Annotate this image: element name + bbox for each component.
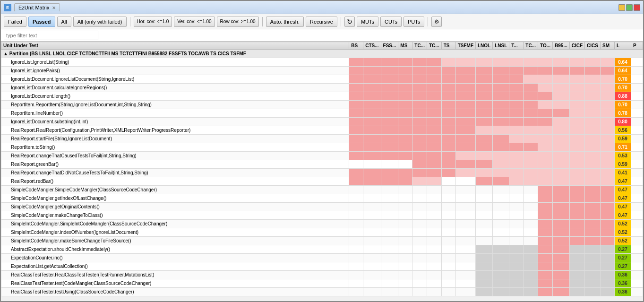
table-row[interactable]: SimpleCodeMangler.getIndexOfLastChange()… [1, 194, 643, 203]
filter-input[interactable] [4, 31, 98, 40]
table-row[interactable]: RealClassTestTester.test(CodeMangler,Cla… [1, 279, 643, 288]
coverage-cell [363, 109, 381, 118]
coverage-cell [493, 279, 509, 288]
table-row[interactable]: IgnoreList.ignorePairs()0.64 [1, 67, 643, 75]
table-row[interactable]: ExpectationList.getActualCollection()0.2… [1, 262, 643, 271]
table-row[interactable]: IgnoreListDocument.IgnoreListDocument(St… [1, 75, 643, 84]
header-p: P [631, 42, 643, 50]
coverage-cell [381, 75, 398, 84]
table-row[interactable]: IgnoreList.IgnoreList(String)0.64 [1, 58, 643, 67]
recursive-button[interactable]: Recursive [306, 17, 337, 27]
score-cell: 0.56 [615, 126, 631, 135]
coverage-cell [455, 245, 475, 254]
table-row[interactable]: RealReport.changeThatDidNotCauseTestsToF… [1, 169, 643, 177]
table-row[interactable]: RealReport.RealReport(Configuration,Prin… [1, 126, 643, 135]
coverage-cell [601, 254, 615, 262]
table-row[interactable]: IgnoreListDocument.substring(int,int)0.8… [1, 118, 643, 126]
coverage-cell [553, 220, 570, 228]
coverage-cell [363, 186, 381, 194]
unit-name: IgnoreListDocument.IgnoreListDocument(St… [1, 75, 349, 84]
coverage-cell [476, 143, 493, 152]
coverage-cell [455, 169, 475, 177]
coverage-cell [601, 135, 615, 143]
coverage-cell [427, 203, 442, 211]
table-row[interactable]: ReportItem.ReportItem(String,IgnoreListD… [1, 101, 643, 109]
coverage-cell [585, 84, 601, 92]
table-row[interactable]: RealReport.greenBar()0.59 [1, 160, 643, 169]
table-row[interactable]: SimpleCodeMangler.getOriginalContents()0… [1, 203, 643, 211]
app-icon: E [4, 4, 11, 11]
table-row[interactable]: AbstractExpectation.shouldCheckImmediate… [1, 245, 643, 254]
coverage-cell [538, 186, 553, 194]
all-with-failed-button[interactable]: All (only with failed) [73, 17, 127, 27]
unit-name: RealReport.startFile(String,IgnoreListDo… [1, 135, 349, 143]
coverage-cell [509, 109, 524, 118]
coverage-cell [412, 186, 427, 194]
table-row[interactable]: RealReport.changeThatCausedTestsToFail(i… [1, 152, 643, 160]
coverage-cell [412, 109, 427, 118]
header-bs: BS [349, 42, 363, 50]
failed-button[interactable]: Failed [4, 17, 26, 27]
coverage-cell [553, 237, 570, 245]
table-row[interactable]: ReportItem.lineNumber()0.78 [1, 109, 643, 118]
maximize-button[interactable] [626, 4, 633, 11]
all-button[interactable]: All [57, 17, 71, 27]
coverage-cell [493, 126, 509, 135]
table-row[interactable]: SimpleCodeMangler.SimpleCodeMangler(Clas… [1, 186, 643, 194]
hor-cov-button[interactable]: Hor. cov: <=1.0 [134, 17, 172, 27]
score-cell: 0.52 [615, 220, 631, 228]
coverage-cell [524, 169, 538, 177]
table-row[interactable]: IgnoreListDocument.calculateIgnoreRegion… [1, 84, 643, 92]
table-row[interactable]: IgnoreListDocument.length()0.88 [1, 92, 643, 101]
coverage-cell [493, 228, 509, 237]
score-cell: 0.36 [615, 271, 631, 279]
table-row[interactable]: ReportItem.toString()0.71 [1, 143, 643, 152]
coverage-cell [553, 262, 570, 271]
coverage-cell [455, 118, 475, 126]
ver-cov-button[interactable]: Ver. cov: <=1.00 [174, 17, 215, 27]
coverage-cell [476, 84, 493, 92]
table-row[interactable]: RealReport.startFile(String,IgnoreListDo… [1, 135, 643, 143]
row-cov-button[interactable]: Row cov: >=1.00 [217, 17, 259, 27]
settings-button[interactable]: ⚙ [431, 17, 442, 27]
table-row[interactable]: RealClassTestTester.testUsing(ClassSourc… [1, 288, 643, 296]
minimize-button[interactable] [618, 4, 625, 11]
score-cell: 0.27 [615, 245, 631, 254]
coverage-cell [398, 220, 412, 228]
p-cell [631, 126, 643, 135]
coverage-cell [476, 67, 493, 75]
table-row[interactable]: RealClassTestTester.RealClassTestTester(… [1, 271, 643, 279]
table-container[interactable]: Unit Under Test BS CTS... FSS... MS TC..… [1, 42, 643, 301]
table-row[interactable]: ExpectationCounter.inc()0.27 [1, 254, 643, 262]
coverage-cell [363, 58, 381, 67]
coverage-cell [476, 135, 493, 143]
close-button[interactable] [634, 4, 640, 11]
table-row[interactable]: SimpleIntCodeMangler.indexOfNumber(Ignor… [1, 228, 643, 237]
muts-button[interactable]: MUTs [357, 17, 378, 27]
coverage-cell [398, 203, 412, 211]
coverage-cell [441, 160, 455, 169]
score-cell: 0.70 [615, 84, 631, 92]
coverage-cell [412, 126, 427, 135]
coverage-cell [569, 271, 584, 279]
passed-button[interactable]: Passed [28, 17, 55, 27]
puts-button[interactable]: PUTs [404, 17, 424, 27]
auto-thresh-button[interactable]: Auto. thresh. [266, 17, 304, 27]
coverage-cell [398, 237, 412, 245]
score-cell: 0.70 [615, 101, 631, 109]
coverage-cell [441, 143, 455, 152]
table-row[interactable]: SimpleIntCodeMangler.makeSomeChangeToFil… [1, 237, 643, 245]
main-tab[interactable]: EzUnit Matrix ✕ [14, 3, 60, 11]
coverage-cell [553, 169, 570, 177]
tab-close-icon[interactable]: ✕ [52, 5, 56, 10]
cuts-button[interactable]: CUTs [380, 17, 402, 27]
table-row[interactable]: SimpleIntCodeMangler.SimpleIntCodeMangle… [1, 220, 643, 228]
table-row[interactable]: SimpleCodeMangler.makeChangeToClass()0.4… [1, 211, 643, 220]
table-row[interactable]: RealReport.redBar()0.47 [1, 177, 643, 186]
coverage-cell [493, 220, 509, 228]
unit-name: SimpleCodeMangler.SimpleCodeMangler(Clas… [1, 186, 349, 194]
coverage-cell [381, 211, 398, 220]
refresh-button[interactable]: ↻ [344, 17, 355, 27]
coverage-cell [538, 126, 553, 135]
coverage-cell [427, 75, 442, 84]
